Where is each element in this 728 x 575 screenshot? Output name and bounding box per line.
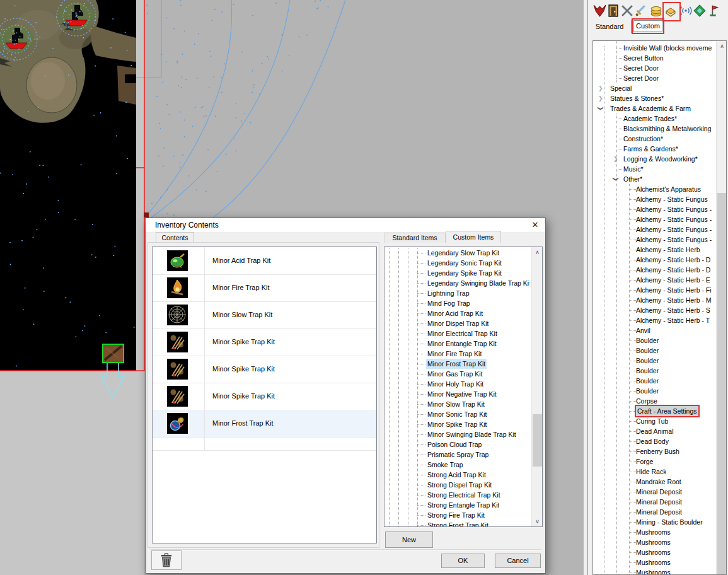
custom-item-row[interactable]: Minor Fire Trap Kit (384, 349, 542, 359)
palette-item[interactable]: Mandrake Root (593, 477, 726, 487)
chevron-right-icon[interactable]: ❯ (613, 154, 618, 163)
scroll-up-icon[interactable]: ∧ (532, 247, 543, 257)
scrollbar-thumb[interactable] (717, 193, 727, 574)
panel-splitter[interactable] (587, 0, 588, 575)
custom-item-row[interactable]: Lightning Trap (384, 288, 542, 298)
cancel-button[interactable]: Cancel (495, 554, 541, 568)
palette-item[interactable]: Alchemy - Static Herb - Fi (593, 285, 726, 295)
waypoint-icon[interactable] (707, 4, 720, 18)
palette-item[interactable]: Mineral Deposit (593, 497, 726, 507)
custom-item-row[interactable]: Strong Fire Trap Kit (384, 510, 542, 520)
palette-item[interactable]: Alchemy - Static Herb - E (593, 275, 726, 285)
trigger-icon[interactable] (693, 4, 707, 18)
palette-item[interactable]: Alchemy - Static Herb - D (593, 255, 726, 265)
custom-item-row[interactable]: Minor Dispel Trap Kit (384, 318, 542, 328)
palette-item[interactable]: Boulder (593, 386, 726, 396)
inventory-row[interactable]: Minor Spike Trap Kit (153, 356, 376, 383)
palette-item[interactable]: Alchemist's Apparatus (593, 184, 726, 194)
custom-item-row[interactable]: Legendary Swinging Blade Trap Kit (384, 278, 542, 288)
inventory-row[interactable]: Minor Slow Trap Kit (153, 301, 376, 329)
palette-item[interactable]: ❯Special (593, 83, 726, 93)
palette-item[interactable]: Mushrooms (593, 537, 726, 547)
palette-item[interactable]: Mushrooms (593, 557, 726, 567)
inventory-row[interactable]: Minor Fire Trap Kit (153, 274, 376, 302)
palette-item[interactable]: Boulder (593, 335, 726, 346)
palette-item[interactable]: Alchemy - Static Fungus - (593, 214, 726, 224)
palette-item[interactable]: Anvil (593, 325, 726, 335)
sound-icon[interactable] (679, 4, 693, 18)
custom-item-row[interactable]: Strong Electrical Trap Kit (384, 490, 542, 500)
palette-item[interactable]: Invisible Wall (blocks moveme (593, 43, 726, 53)
palette-item[interactable]: Blacksmithing & Metalworking (593, 124, 726, 134)
scroll-up-icon[interactable]: ∧ (717, 41, 727, 51)
palette-item[interactable]: Academic Trades* (593, 113, 726, 124)
palette-item[interactable]: Curing Tub (593, 416, 726, 426)
chevron-right-icon[interactable]: ❯ (598, 84, 603, 93)
scrollbar-thumb[interactable] (533, 414, 543, 467)
palette-item[interactable]: Mushrooms (593, 527, 726, 537)
palette-item[interactable]: Mushrooms (593, 567, 726, 575)
scroll-down-icon[interactable]: ∨ (532, 516, 543, 526)
inventory-row[interactable]: Minor Spike Trap Kit (153, 328, 376, 356)
palette-item[interactable]: Fenberry Bush (593, 446, 726, 456)
chevron-right-icon[interactable]: ❯ (598, 94, 603, 103)
item-icon[interactable] (634, 4, 648, 18)
palette-item[interactable]: Alchemy - Static Fungus - (593, 235, 726, 245)
palette-item[interactable]: Boulder (593, 346, 726, 356)
custom-item-row[interactable]: Minor Negative Trap Kit (384, 389, 542, 399)
palette-item[interactable]: Boulder (593, 366, 726, 376)
palette-item[interactable]: Alchemy - Static Herb (593, 245, 726, 255)
custom-item-row[interactable]: Legendary Slow Trap Kit (384, 248, 542, 258)
custom-item-row[interactable]: Strong Dispel Trap Kit (384, 480, 542, 490)
custom-item-row[interactable]: Legendary Spike Trap Kit (384, 268, 542, 278)
palette-item[interactable]: Dead Body (593, 436, 726, 446)
store-icon[interactable] (649, 4, 663, 18)
close-icon[interactable]: ✕ (527, 218, 543, 232)
palette-item[interactable]: Boulder (593, 376, 726, 386)
palette-item[interactable]: Alchemy - Static Fungus - (593, 204, 726, 214)
custom-item-row[interactable]: Minor Holy Trap Kit (384, 379, 542, 389)
door-icon[interactable] (606, 4, 620, 18)
palette-item[interactable]: Mushrooms (593, 547, 726, 557)
palette-item[interactable]: Hide Rack (593, 467, 726, 477)
custom-item-row[interactable]: Minor Entangle Trap Kit (384, 339, 542, 349)
palette-item[interactable]: Alchemy - Static Herb - S (593, 305, 726, 315)
palette-item[interactable]: Secret Door (593, 73, 726, 83)
custom-item-row[interactable]: Strong Entangle Trap Kit (384, 500, 542, 510)
palette-item[interactable]: ❯Statues & Stones* (593, 93, 726, 103)
palette-item[interactable]: Alchemy - Static Herb - D (593, 265, 726, 275)
custom-item-row[interactable]: Legendary Sonic Trap Kit (384, 258, 542, 268)
chevron-down-icon[interactable]: ❯ (611, 177, 620, 182)
custom-item-row[interactable]: Strong Acid Trap Kit (384, 470, 542, 480)
custom-list-scrollbar[interactable]: ∧∨ (531, 247, 543, 526)
palette-item[interactable]: Construction* (593, 134, 726, 144)
palette-item[interactable]: Alchemy - Static Fungus - (593, 224, 726, 235)
custom-item-row[interactable]: Minor Slow Trap Kit (384, 399, 542, 409)
tab-standard-items[interactable]: Standard Items (384, 233, 446, 243)
palette-item[interactable]: Farms & Gardens* (593, 144, 726, 154)
palette-item[interactable]: ❯Logging & Woodworking* (593, 154, 726, 164)
palette-item[interactable]: Music* (593, 164, 726, 174)
palette-item[interactable]: Dead Animal (593, 426, 726, 436)
palette-item[interactable]: Corpse (593, 396, 726, 406)
inventory-row[interactable]: Minor Acid Trap Kit (153, 247, 376, 275)
tab-standard-palette[interactable]: Standard (590, 21, 629, 32)
chevron-down-icon[interactable]: ❯ (596, 106, 605, 111)
inventory-row[interactable]: Minor Frost Trap Kit (153, 410, 376, 438)
palette-item[interactable]: Alchemy - Static Herb - M (593, 295, 726, 305)
creature-icon[interactable] (592, 4, 606, 18)
custom-item-row[interactable]: Smoke Trap (384, 460, 542, 470)
custom-item-row[interactable]: Mind Fog Trap (384, 298, 542, 308)
palette-item[interactable]: Boulder (593, 356, 726, 366)
palette-item[interactable]: Forge (593, 456, 726, 467)
trash-button[interactable] (151, 550, 182, 570)
custom-item-row[interactable]: Minor Frost Trap Kit (384, 359, 542, 369)
tab-contents[interactable]: Contents (156, 232, 194, 243)
encounter-icon[interactable] (620, 4, 634, 18)
custom-item-row[interactable]: Minor Sonic Trap Kit (384, 409, 542, 419)
custom-item-row[interactable]: Minor Electrical Trap Kit (384, 328, 542, 339)
new-button[interactable]: New (385, 531, 433, 548)
palette-item[interactable]: Secret Door (593, 63, 726, 73)
custom-item-row[interactable]: Strong Frost Trap Kit (384, 520, 542, 527)
palette-scrollbar[interactable]: ∧ (716, 41, 727, 574)
